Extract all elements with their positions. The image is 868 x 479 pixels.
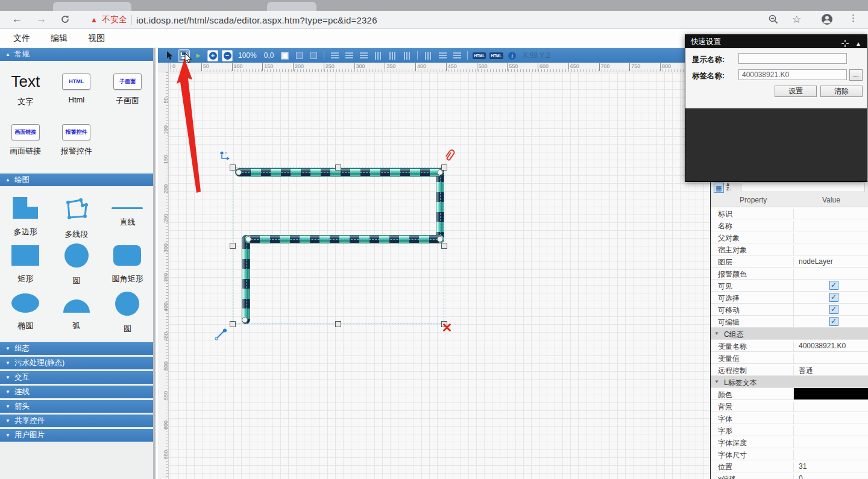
section-header-箭头[interactable]: ▼箭头 bbox=[0, 400, 153, 413]
section-header-连线[interactable]: ▼连线 bbox=[0, 386, 153, 398]
palette-item-子画面[interactable]: 子画面子画面 bbox=[102, 64, 153, 115]
section-header-污水处理(静态)[interactable]: ▼污水处理(静态) bbox=[0, 357, 153, 369]
property-row-x偏移[interactable]: x偏移0 bbox=[711, 472, 868, 479]
set-button[interactable]: 设置 bbox=[775, 86, 817, 97]
property-row-可移动[interactable]: 可移动✓ bbox=[711, 304, 868, 316]
display-name-input[interactable] bbox=[738, 53, 847, 64]
property-row-变量名称[interactable]: 变量名称400038921.K0 bbox=[711, 340, 868, 352]
property-row-字形[interactable]: 字形 bbox=[711, 424, 868, 436]
menu-item-文件[interactable]: 文件 bbox=[10, 32, 34, 45]
back-icon[interactable]: ← bbox=[10, 13, 24, 25]
property-row-可选择[interactable]: 可选择✓ bbox=[711, 292, 868, 304]
property-row-父对象[interactable]: 父对象 bbox=[711, 231, 868, 243]
resize-handle-w[interactable] bbox=[230, 243, 236, 249]
property-row-字体[interactable]: 字体 bbox=[711, 412, 868, 424]
property-row-位置[interactable]: 位置31 bbox=[711, 460, 868, 472]
security-warning-text[interactable]: 不安全 bbox=[102, 14, 127, 25]
polyline-start-icon[interactable] bbox=[219, 151, 233, 166]
line-end-icon[interactable] bbox=[215, 328, 228, 343]
browser-tab[interactable] bbox=[267, 2, 316, 11]
property-row-可见[interactable]: 可见✓ bbox=[711, 280, 868, 292]
quick-settings-titlebar[interactable]: 快速设置 ▲ bbox=[685, 35, 867, 48]
resize-handle-n[interactable] bbox=[335, 164, 341, 171]
resize-handle-sw[interactable] bbox=[230, 321, 236, 327]
palette-item-圆[interactable]: 圆 bbox=[102, 286, 153, 334]
checkbox-checked-icon[interactable]: ✓ bbox=[829, 293, 838, 302]
palette-item-多边形[interactable]: 多边形 bbox=[0, 190, 51, 238]
property-row-名称[interactable]: 名称 bbox=[711, 219, 868, 231]
palette-item-报警控件[interactable]: 报警控件报警控件 bbox=[51, 115, 102, 166]
url-text[interactable]: iot.idosp.net/html/scada/editor.aspx.htm… bbox=[136, 15, 377, 25]
forward-icon[interactable]: → bbox=[34, 13, 48, 25]
section-header-绘图[interactable]: ▲绘图 bbox=[0, 174, 153, 186]
palette-item-Html[interactable]: HTMLHtml bbox=[51, 64, 102, 115]
canvas[interactable] bbox=[169, 72, 710, 479]
zoom-in-button[interactable]: + bbox=[207, 50, 218, 61]
bookmark-star-icon[interactable]: ☆ bbox=[792, 13, 801, 26]
property-row-可编辑[interactable]: 可编辑✓ bbox=[711, 316, 868, 328]
color-swatch[interactable] bbox=[793, 388, 868, 399]
clear-button[interactable]: 清除 bbox=[820, 86, 863, 97]
section-header-用户图片[interactable]: ▼用户图片 bbox=[0, 429, 153, 442]
zoom-out-button[interactable]: − bbox=[222, 50, 233, 61]
select-tool-button[interactable] bbox=[164, 50, 175, 61]
palette-item-画面链接[interactable]: 画面链接画面链接 bbox=[0, 115, 51, 166]
section-header-交互[interactable]: ▼交互 bbox=[0, 371, 153, 384]
reload-icon[interactable] bbox=[58, 13, 72, 27]
pipe-vertex-handle[interactable] bbox=[236, 169, 242, 175]
palette-item-文字[interactable]: Text文字 bbox=[0, 64, 51, 115]
property-row-标识[interactable]: 标识 bbox=[711, 207, 868, 219]
paperclip-icon[interactable] bbox=[443, 148, 456, 165]
save-button[interactable] bbox=[178, 50, 189, 61]
palette-item-直线[interactable]: 直线 bbox=[102, 190, 153, 238]
categorized-view-icon[interactable]: ▦ bbox=[714, 183, 724, 193]
property-row-字体尺寸[interactable]: 字体尺寸 bbox=[711, 448, 868, 460]
html-export-button[interactable]: HTML bbox=[473, 50, 486, 61]
sort-az-icon[interactable]: AZ↓ bbox=[726, 183, 737, 193]
resize-handle-e[interactable] bbox=[441, 243, 447, 249]
section-header-共享控件[interactable]: ▼共享控件 bbox=[0, 415, 153, 427]
section-header-常规[interactable]: ▲常规 bbox=[0, 48, 153, 61]
profile-avatar-icon[interactable] bbox=[821, 13, 833, 28]
info-button[interactable]: i bbox=[507, 50, 518, 61]
menu-item-编辑[interactable]: 编辑 bbox=[47, 32, 71, 45]
checkbox-checked-icon[interactable]: ✓ bbox=[829, 305, 838, 314]
checkbox-checked-icon[interactable]: ✓ bbox=[829, 317, 838, 326]
property-row-远程控制[interactable]: 远程控制普通 bbox=[711, 364, 868, 376]
property-search-strip[interactable] bbox=[741, 183, 865, 192]
palette-item-圆[interactable]: 圆 bbox=[51, 238, 102, 286]
property-row-变量值[interactable]: 变量值 bbox=[711, 352, 868, 364]
html-preview-button[interactable]: HTML bbox=[489, 50, 503, 61]
palette-item-椭圆[interactable]: 椭圆 bbox=[0, 286, 51, 334]
property-row-宿主对象[interactable]: 宿主对象 bbox=[711, 243, 868, 255]
run-button[interactable]: ▶ bbox=[193, 50, 204, 61]
pipe-vertex-handle[interactable] bbox=[242, 317, 248, 323]
tag-browse-button[interactable]: ... bbox=[849, 69, 863, 81]
browser-menu-icon[interactable]: ⋮ bbox=[849, 13, 858, 23]
property-row-颜色[interactable]: 颜色 bbox=[711, 388, 868, 400]
delete-x-icon[interactable] bbox=[442, 322, 452, 333]
property-row-字体深度[interactable]: 字体深度 bbox=[711, 436, 868, 448]
zoom-page-icon[interactable] bbox=[768, 14, 779, 27]
pipe-vertex-handle[interactable] bbox=[245, 236, 251, 242]
tag-name-input[interactable]: 400038921.K0 bbox=[738, 69, 847, 80]
canvas-color-button[interactable] bbox=[279, 50, 290, 61]
browser-tab[interactable] bbox=[53, 2, 131, 11]
checkbox-checked-icon[interactable]: ✓ bbox=[829, 281, 838, 290]
property-row-图层[interactable]: 图层nodeLayer bbox=[711, 255, 868, 268]
property-group-L标签文本[interactable]: ▼L标签文本 bbox=[711, 376, 868, 388]
palette-item-多线段[interactable]: 多线段 bbox=[51, 190, 102, 238]
resize-handle-s[interactable] bbox=[335, 321, 341, 327]
resize-handle-ne[interactable] bbox=[441, 164, 447, 171]
property-row-背景[interactable]: 背景 bbox=[711, 400, 868, 412]
section-header-组态[interactable]: ▼组态 bbox=[0, 342, 153, 355]
palette-item-弧[interactable]: 弧 bbox=[51, 286, 102, 334]
address-bar[interactable]: ▲ 不安全 iot.idosp.net/html/scada/editor.as… bbox=[90, 13, 377, 27]
property-group-C组态[interactable]: ▼C组态 bbox=[711, 328, 868, 340]
menu-item-视图[interactable]: 视图 bbox=[84, 32, 108, 45]
palette-item-圆角矩形[interactable]: 圆角矩形 bbox=[102, 238, 153, 286]
security-warning-icon[interactable]: ▲ bbox=[90, 16, 98, 24]
palette-item-矩形[interactable]: 矩形 bbox=[0, 238, 51, 286]
property-row-报警颜色[interactable]: 报警颜色 bbox=[711, 268, 868, 280]
pipe-vertex-handle[interactable] bbox=[437, 236, 443, 242]
